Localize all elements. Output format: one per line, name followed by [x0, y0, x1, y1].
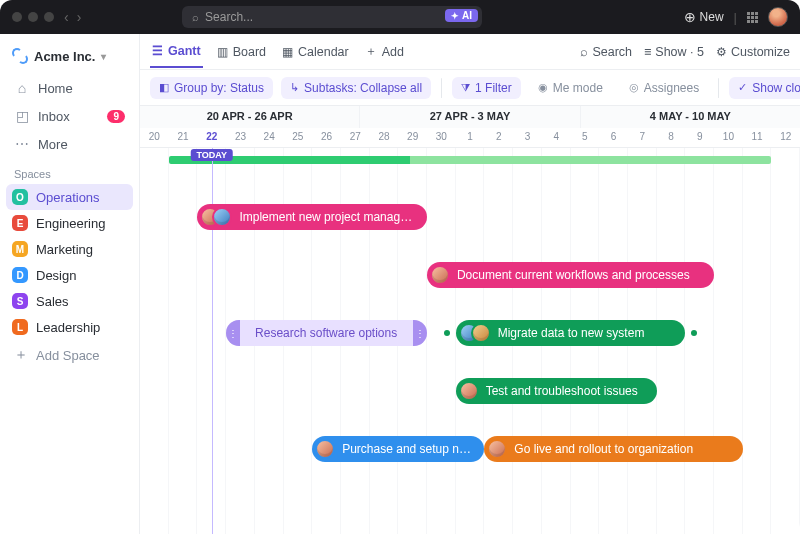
group-icon: ◧	[159, 81, 169, 94]
day-column: 4	[542, 128, 571, 147]
task-bar[interactable]: Purchase and setup new software	[312, 436, 484, 462]
filter-icon: ⧩	[461, 81, 470, 94]
date-range: 27 APR - 3 MAY	[360, 106, 580, 128]
chip-subtasks[interactable]: ↳Subtasks: Collapse all	[281, 77, 431, 99]
forward-icon[interactable]: ›	[77, 9, 82, 25]
users-icon: ◎	[629, 81, 639, 94]
task-bar[interactable]: Test and troubleshoot issues	[456, 378, 657, 404]
task-bar[interactable]: Go live and rollout to organization	[484, 436, 742, 462]
main-panel: ☰Gantt ▥Board ▦Calendar ＋Add ⌕Search ≡Sh…	[140, 34, 800, 534]
nav-inbox[interactable]: ◰ Inbox 9	[6, 102, 133, 130]
chip-group-by[interactable]: ◧Group by: Status	[150, 77, 273, 99]
user-avatar[interactable]	[768, 7, 788, 27]
gantt-icon: ☰	[152, 44, 163, 58]
space-badge-icon: E	[12, 215, 28, 231]
view-customize[interactable]: ⚙Customize	[716, 45, 790, 59]
space-label: Marketing	[36, 242, 93, 257]
day-column: 5	[571, 128, 600, 147]
nav-more[interactable]: ⋯ More	[6, 130, 133, 158]
board-icon: ▥	[217, 45, 228, 59]
day-column: 23	[226, 128, 255, 147]
gear-icon: ⚙	[716, 45, 727, 59]
global-search[interactable]: ⌕ Search... AI	[182, 6, 482, 28]
day-column: 26	[312, 128, 341, 147]
sidebar-space-sales[interactable]: SSales	[6, 288, 133, 314]
subtask-icon: ↳	[290, 81, 299, 94]
sidebar-space-marketing[interactable]: MMarketing	[6, 236, 133, 262]
tab-add-view[interactable]: ＋Add	[363, 35, 406, 68]
day-column: 27	[341, 128, 370, 147]
day-column: 24	[255, 128, 284, 147]
today-marker: TODAY	[190, 149, 233, 161]
day-column: 12	[771, 128, 800, 147]
history-nav[interactable]: ‹›	[64, 9, 81, 25]
add-space-button[interactable]: ＋ Add Space	[6, 340, 133, 370]
chip-show-closed[interactable]: ✓Show closed	[729, 77, 800, 99]
space-badge-icon: O	[12, 189, 28, 205]
view-show[interactable]: ≡Show · 5	[644, 45, 704, 59]
task-bar[interactable]: ⋮Research software options⋮	[226, 320, 427, 346]
sliders-icon: ≡	[644, 45, 651, 59]
window-controls[interactable]	[12, 12, 54, 22]
day-column: 28	[370, 128, 399, 147]
space-label: Leadership	[36, 320, 100, 335]
task-label: Implement new project management system	[239, 210, 415, 224]
chip-filter[interactable]: ⧩1 Filter	[452, 77, 521, 99]
day-header: 202122TODAY23242526272829301234567891011…	[140, 128, 800, 148]
chip-me-mode[interactable]: ◉Me mode	[529, 77, 612, 99]
day-column: 2	[484, 128, 513, 147]
chip-assignees[interactable]: ◎Assignees	[620, 77, 708, 99]
view-search[interactable]: ⌕Search	[580, 45, 632, 59]
task-label: Go live and rollout to organization	[514, 442, 693, 456]
spaces-label: Spaces	[6, 158, 133, 184]
search-icon: ⌕	[580, 45, 588, 59]
home-icon: ⌂	[14, 80, 30, 96]
day-column: 11	[743, 128, 772, 147]
day-column: 29	[398, 128, 427, 147]
space-badge-icon: S	[12, 293, 28, 309]
chevron-down-icon: ▾	[101, 51, 106, 62]
tab-gantt[interactable]: ☰Gantt	[150, 36, 203, 68]
inbox-icon: ◰	[14, 108, 30, 124]
sidebar-space-operations[interactable]: OOperations	[6, 184, 133, 210]
space-label: Design	[36, 268, 76, 283]
sidebar-space-engineering[interactable]: EEngineering	[6, 210, 133, 236]
task-bar[interactable]: Migrate data to new system	[456, 320, 686, 346]
day-column: 3	[513, 128, 542, 147]
ai-button[interactable]: AI	[445, 9, 478, 22]
workspace-logo-icon	[12, 48, 28, 64]
filter-bar: ◧Group by: Status ↳Subtasks: Collapse al…	[140, 70, 800, 106]
new-button[interactable]: New	[684, 9, 724, 25]
tab-board[interactable]: ▥Board	[215, 37, 268, 67]
sidebar-space-design[interactable]: DDesign	[6, 262, 133, 288]
nav-home[interactable]: ⌂ Home	[6, 74, 133, 102]
date-range-header: 20 APR - 26 APR27 APR - 3 MAY4 MAY - 10 …	[140, 106, 800, 128]
search-icon: ⌕	[192, 11, 199, 23]
day-column: 1	[456, 128, 485, 147]
plus-icon: ＋	[365, 43, 377, 60]
day-column: 8	[657, 128, 686, 147]
day-column: 20	[140, 128, 169, 147]
task-label: Document current workflows and processes	[457, 268, 690, 282]
summary-bar	[169, 156, 772, 164]
more-icon: ⋯	[14, 136, 30, 152]
view-bar: ☰Gantt ▥Board ▦Calendar ＋Add ⌕Search ≡Sh…	[140, 34, 800, 70]
back-icon[interactable]: ‹	[64, 9, 69, 25]
gantt-chart[interactable]: Implement new project management systemD…	[140, 148, 800, 534]
apps-icon[interactable]	[747, 12, 758, 23]
task-bar[interactable]: Document current workflows and processes	[427, 262, 714, 288]
space-badge-icon: D	[12, 267, 28, 283]
sidebar: Acme Inc. ▾ ⌂ Home ◰ Inbox 9 ⋯ More Spac…	[0, 34, 140, 534]
day-column: 30	[427, 128, 456, 147]
space-label: Engineering	[36, 216, 105, 231]
tab-calendar[interactable]: ▦Calendar	[280, 37, 351, 67]
task-label: Test and troubleshoot issues	[486, 384, 638, 398]
task-bar[interactable]: Implement new project management system	[197, 204, 427, 230]
date-range: 4 MAY - 10 MAY	[581, 106, 800, 128]
workspace-switcher[interactable]: Acme Inc. ▾	[6, 44, 133, 74]
task-label: Purchase and setup new software	[342, 442, 472, 456]
space-label: Operations	[36, 190, 100, 205]
app-topbar: ‹› ⌕ Search... AI New |	[0, 0, 800, 34]
task-label: Research software options	[255, 326, 397, 340]
sidebar-space-leadership[interactable]: LLeadership	[6, 314, 133, 340]
